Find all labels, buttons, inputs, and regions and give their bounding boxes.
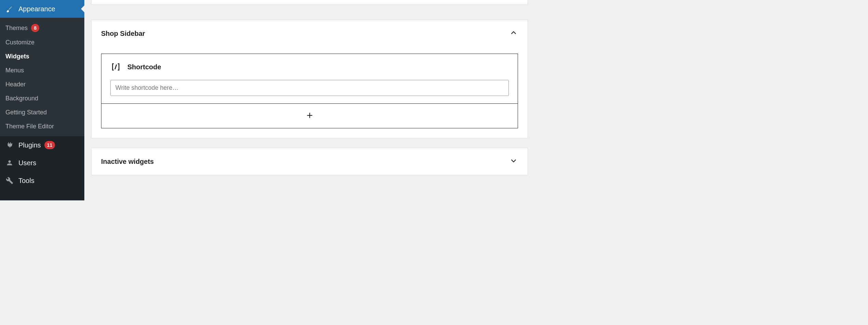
widget-header: Shortcode [110,61,509,72]
plus-icon [305,111,314,121]
inactive-widgets-panel: Inactive widgets [91,148,528,175]
sidebar-subitem-customize[interactable]: Customize [0,36,84,50]
add-block-button[interactable] [101,104,518,128]
sidebar-sublabel: Customize [5,39,34,46]
sidebar-sublabel: Header [5,81,26,88]
inactive-widgets-panel-header[interactable]: Inactive widgets [92,148,528,175]
sidebar-subitem-getting-started[interactable]: Getting Started [0,105,84,119]
plug-icon [5,141,14,149]
badge: 11 [44,141,55,149]
panel-title: Inactive widgets [101,158,154,166]
panel-title: Shop Sidebar [101,30,145,38]
chevron-down-icon [509,156,518,167]
sidebar-item-users[interactable]: Users [0,154,84,172]
badge: 8 [31,24,39,32]
sidebar-item-plugins[interactable]: Plugins 11 [0,136,84,154]
panel-prev-bottom [91,0,528,5]
sidebar-label: Plugins [18,141,41,149]
sidebar-item-appearance[interactable]: Appearance [0,0,84,18]
sidebar-subitem-background[interactable]: Background [0,91,84,105]
sidebar-subitem-menus[interactable]: Menus [0,63,84,77]
sidebar-sublabel: Background [5,95,38,102]
sidebar-sublabel: Themes [5,25,28,32]
widget-title: Shortcode [127,63,161,71]
sidebar-sublabel: Theme File Editor [5,123,54,130]
appearance-submenu: Themes 8 Customize Widgets Menus Header … [0,18,84,136]
sidebar-subitem-theme-file-editor[interactable]: Theme File Editor [0,119,84,133]
sidebar-subitem-header[interactable]: Header [0,77,84,91]
panel-body: Shortcode [92,54,528,138]
sidebar-subitem-themes[interactable]: Themes 8 [0,20,84,36]
shortcode-icon [110,61,121,72]
sidebar-sublabel: Widgets [5,53,29,60]
sidebar-label: Users [18,159,36,167]
user-icon [5,159,14,167]
shortcode-widget-block[interactable]: Shortcode [101,54,518,104]
sidebar-sublabel: Menus [5,67,24,74]
brush-icon [5,5,14,13]
admin-sidebar: Appearance Themes 8 Customize Widgets Me… [0,0,84,200]
sidebar-label: Tools [18,177,34,185]
sidebar-label: Appearance [18,5,55,13]
shop-sidebar-panel-header[interactable]: Shop Sidebar [92,20,528,47]
wrench-icon [5,176,14,185]
shortcode-input[interactable] [110,80,509,96]
shop-sidebar-panel: Shop Sidebar Shortcode [91,20,528,138]
chevron-up-icon [509,28,518,39]
sidebar-item-tools[interactable]: Tools [0,172,84,189]
main-content: Shop Sidebar Shortcode [84,0,535,200]
sidebar-sublabel: Getting Started [5,109,47,116]
sidebar-subitem-widgets[interactable]: Widgets [0,50,84,63]
